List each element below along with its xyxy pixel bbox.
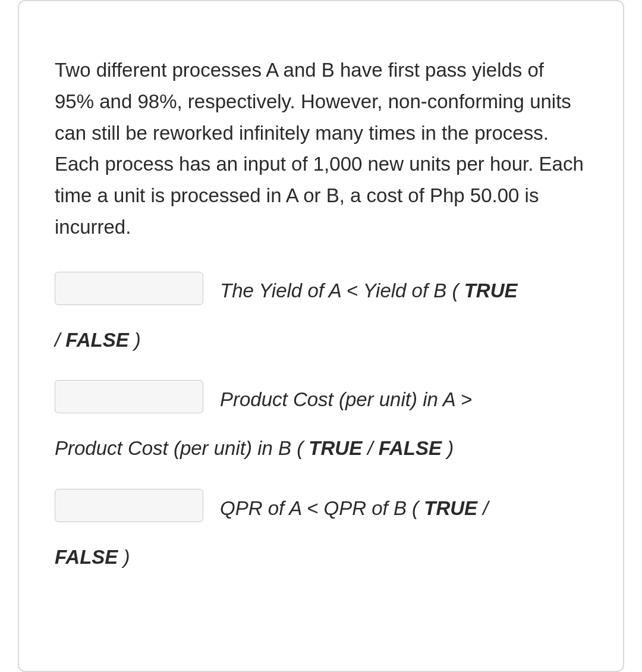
statement-3-prompt: QPR of A < QPR of B ( TRUE / (220, 490, 488, 527)
answer-input-2[interactable] (55, 380, 203, 413)
statement-2: Product Cost (per unit) in A > Product C… (55, 380, 587, 467)
statement-3-continuation: FALSE ) (55, 539, 587, 576)
statement-2-prompt: Product Cost (per unit) in A > (220, 381, 472, 419)
statement-1-prompt: The Yield of A < Yield of B ( TRUE (220, 272, 517, 310)
answer-input-1[interactable] (55, 272, 203, 305)
statement-1: The Yield of A < Yield of B ( TRUE / FAL… (55, 272, 587, 359)
answer-input-3[interactable] (55, 489, 203, 522)
statement-1-continuation: / FALSE ) (55, 322, 587, 359)
statement-2-continuation: Product Cost (per unit) in B ( TRUE / FA… (55, 430, 587, 467)
question-text: Two different processes A and B have fir… (55, 55, 587, 243)
question-card: Two different processes A and B have fir… (18, 0, 624, 672)
statement-3: QPR of A < QPR of B ( TRUE / FALSE ) (55, 489, 587, 576)
